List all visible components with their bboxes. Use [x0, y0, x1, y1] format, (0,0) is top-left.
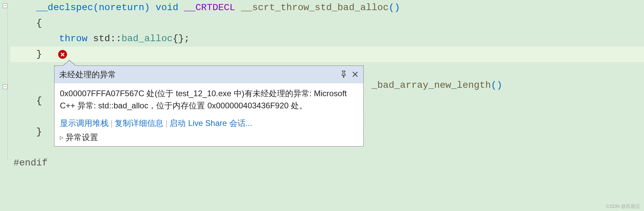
- tooltip-body: 0x00007FFFA07F567C 处(位于 test_12_10.exe 中…: [54, 83, 363, 116]
- close-icon[interactable]: [352, 70, 359, 79]
- fold-toggle[interactable]: −: [3, 84, 7, 89]
- code-line-current[interactable]: }: [10, 47, 644, 62]
- tooltip-actions: 显示调用堆栈|复制详细信息|启动 Live Share 会话...: [54, 116, 363, 132]
- code-line[interactable]: {: [10, 16, 644, 31]
- error-icon[interactable]: [58, 50, 67, 59]
- code-line[interactable]: __declspec(noreturn) void __CRTDECL __sc…: [10, 0, 644, 16]
- liveshare-link[interactable]: 启动 Live Share 会话...: [169, 118, 252, 128]
- exception-settings-label: 异常设置: [66, 132, 98, 143]
- code-line[interactable]: #endif: [10, 155, 644, 171]
- code-line[interactable]: throw std::bad_alloc{};: [10, 31, 644, 47]
- show-stacktrace-link[interactable]: 显示调用堆栈: [60, 118, 109, 128]
- tooltip-header: 未经处理的异常: [54, 66, 363, 83]
- pin-icon[interactable]: [340, 70, 347, 79]
- fold-line: [7, 9, 8, 161]
- tooltip-title: 未经处理的异常: [59, 69, 340, 80]
- expand-icon: ▷: [60, 135, 64, 140]
- copy-details-link[interactable]: 复制详细信息: [115, 118, 163, 128]
- fold-toggle[interactable]: −: [3, 3, 7, 8]
- watermark: CSDN @高居沉: [606, 204, 640, 210]
- tooltip-footer[interactable]: ▷ 异常设置: [54, 132, 363, 146]
- exception-tooltip: 未经处理的异常 0x00007FFFA07F567C 处(位于 test_12_…: [54, 65, 364, 147]
